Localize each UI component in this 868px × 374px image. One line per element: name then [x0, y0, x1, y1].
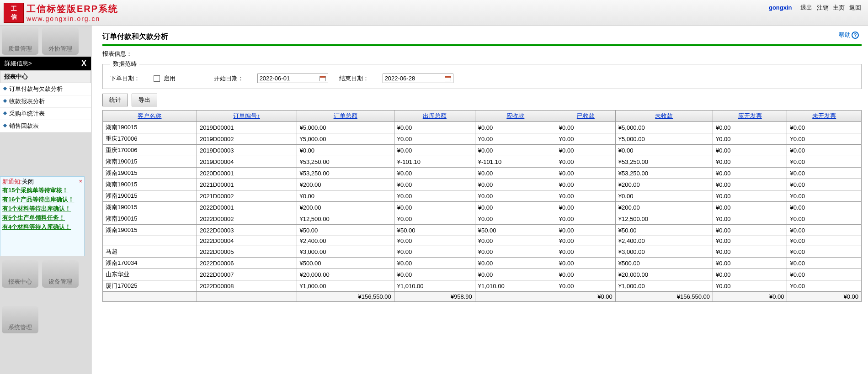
table-row[interactable]: 湖南1900152019D00001¥5,000.00¥0.00¥0.00¥0.…	[103, 122, 862, 133]
page-title: 订单付款和欠款分析	[102, 32, 862, 42]
notice-close-icon[interactable]: ×	[79, 178, 82, 186]
cell: ¥0.00	[556, 236, 615, 246]
table-row[interactable]: 马超2022D00005¥3,000.00¥0.00¥0.00¥0.00¥3,0…	[103, 246, 862, 258]
col-header-6[interactable]: 未收款	[615, 111, 713, 122]
module-quality[interactable]: 质量管理	[2, 27, 38, 55]
notice-line-1[interactable]: 有16个产品等待出库确认！	[2, 195, 82, 204]
table-row[interactable]: 湖南1900152019D00004¥53,250.00¥-101.10¥-10…	[103, 156, 862, 168]
cell: ¥50.00	[297, 225, 394, 236]
calendar-icon[interactable]	[445, 76, 451, 81]
col-header-1[interactable]: 订单编号↑	[197, 111, 297, 122]
col-header-0[interactable]: 客户名称	[103, 111, 197, 122]
notice-line-2[interactable]: 有1个材料等待出库确认！	[2, 204, 82, 213]
table-row[interactable]: 2022D00004¥2,400.00¥0.00¥0.00¥0.00¥2,400…	[103, 236, 862, 246]
cell: 湖南190015	[103, 190, 197, 202]
cell: 2019D00002	[197, 133, 297, 145]
notice-line-0[interactable]: 有15个采购单等待审核！	[2, 186, 82, 195]
report-info-label: 报表信息：	[102, 50, 862, 58]
cell: ¥0.00	[556, 202, 615, 213]
cell: ¥0.00	[713, 190, 787, 202]
cell: ¥1,000.00	[297, 280, 394, 292]
cell: ¥0.00	[394, 213, 475, 225]
cell: 2022D00001	[197, 202, 297, 213]
table-row[interactable]: 厦门1700252022D00008¥1,000.00¥1,010.00¥1,0…	[103, 280, 862, 292]
table-row[interactable]: 湖南1700342022D00006¥500.00¥0.00¥0.00¥0.00…	[103, 258, 862, 269]
table-row[interactable]: 湖南1900152021D00002¥0.00¥0.00¥0.00¥0.00¥0…	[103, 190, 862, 202]
module-report-center[interactable]: 报表中心	[2, 260, 38, 288]
cell: ¥-101.10	[475, 156, 556, 168]
footer-cell: ¥0.00	[713, 292, 787, 302]
notice-line-3[interactable]: 有5个生产单领料任务！	[2, 213, 82, 222]
end-date-input[interactable]: 2022-06-28	[383, 74, 453, 83]
cell: ¥0.00	[787, 246, 862, 258]
cell: ¥0.00	[713, 280, 787, 292]
footer-cell: ¥156,550.00	[615, 292, 713, 302]
export-button[interactable]: 导出	[132, 94, 157, 106]
cell: 湖南190015	[103, 156, 197, 168]
table-row[interactable]: 湖南1900152022D00002¥12,500.00¥0.00¥0.00¥0…	[103, 213, 862, 225]
table-row[interactable]: 山东华业2022D00007¥20,000.00¥0.00¥0.00¥0.00¥…	[103, 269, 862, 280]
report-item-2[interactable]: 采购单统计表	[0, 108, 91, 120]
cell: 马超	[103, 246, 197, 258]
cell: ¥53,250.00	[615, 168, 713, 179]
cell: ¥50.00	[615, 225, 713, 236]
col-header-5[interactable]: 已收款	[556, 111, 615, 122]
cell: ¥0.00	[713, 246, 787, 258]
fieldset-legend: 数据范畴	[110, 60, 139, 68]
notice-line-4[interactable]: 有4个材料等待入库确认！	[2, 222, 82, 232]
cell: ¥53,250.00	[615, 156, 713, 168]
table-row[interactable]: 湖南1900152021D00001¥200.00¥0.00¥0.00¥0.00…	[103, 179, 862, 190]
logout-link[interactable]: 退出	[800, 4, 812, 11]
module-equipment[interactable]: 设备管理	[42, 260, 79, 288]
close-icon[interactable]: X	[81, 59, 86, 68]
help-link[interactable]: 帮助 ?	[839, 31, 859, 39]
cell: ¥0.00	[713, 225, 787, 236]
table-row[interactable]: 重庆1700062019D00003¥0.00¥0.00¥0.00¥0.00¥0…	[103, 145, 862, 156]
cell: ¥0.00	[475, 122, 556, 133]
start-date-label: 开始日期：	[214, 75, 244, 82]
notice-close-text[interactable]: 关闭	[22, 178, 34, 185]
col-header-4[interactable]: 应收款	[475, 111, 556, 122]
app-url: www.gongxin.org.cn	[27, 15, 118, 22]
cell: ¥0.00	[394, 179, 475, 190]
module-outsource[interactable]: 外协管理	[42, 27, 79, 55]
col-header-3[interactable]: 出库总额	[394, 111, 475, 122]
stat-button[interactable]: 统计	[102, 94, 128, 106]
report-item-0[interactable]: 订单付款与欠款分析	[0, 83, 91, 95]
table-row[interactable]: 湖南1900152020D00001¥53,250.00¥0.00¥0.00¥0…	[103, 168, 862, 179]
report-item-1[interactable]: 收款报表分析	[0, 95, 91, 108]
col-header-7[interactable]: 应开发票	[713, 111, 787, 122]
cell: 2022D00003	[197, 225, 297, 236]
cell: ¥0.00	[475, 168, 556, 179]
col-header-8[interactable]: 未开发票	[787, 111, 862, 122]
table-row[interactable]: 重庆1700062019D00002¥5,000.00¥0.00¥0.00¥0.…	[103, 133, 862, 145]
home-link[interactable]: 主页	[833, 4, 845, 11]
cell: 2020D00001	[197, 168, 297, 179]
cell: 湖南190015	[103, 213, 197, 225]
enable-checkbox[interactable]	[154, 75, 160, 82]
cell: ¥1,010.00	[394, 280, 475, 292]
report-item-3[interactable]: 销售回款表	[0, 120, 91, 132]
cell: ¥0.00	[713, 179, 787, 190]
cell: ¥0.00	[475, 202, 556, 213]
cell: ¥0.00	[713, 258, 787, 269]
cell: ¥0.00	[713, 213, 787, 225]
cell: ¥1,010.00	[475, 280, 556, 292]
calendar-icon[interactable]	[320, 76, 326, 81]
table-row[interactable]: 湖南1900152022D00003¥50.00¥50.00¥50.00¥0.0…	[103, 225, 862, 236]
start-date-input[interactable]: 2022-06-01	[257, 74, 328, 83]
cell: ¥0.00	[475, 145, 556, 156]
user-name[interactable]: gongxin	[769, 4, 792, 11]
module-system[interactable]: 系统管理	[2, 306, 38, 333]
enable-label: 启用	[164, 75, 176, 82]
cell: ¥3,000.00	[615, 246, 713, 258]
help-icon: ?	[852, 32, 859, 39]
cell: ¥0.00	[556, 269, 615, 280]
cell: 2022D00005	[197, 246, 297, 258]
col-header-2[interactable]: 订单总额	[297, 111, 394, 122]
table-row[interactable]: 湖南1900152022D00001¥200.00¥0.00¥0.00¥0.00…	[103, 202, 862, 213]
notice-new-label: 新通知:	[2, 178, 22, 185]
cell: ¥2,400.00	[615, 236, 713, 246]
back-link[interactable]: 返回	[849, 4, 861, 11]
signoff-link[interactable]: 注销	[817, 4, 829, 11]
